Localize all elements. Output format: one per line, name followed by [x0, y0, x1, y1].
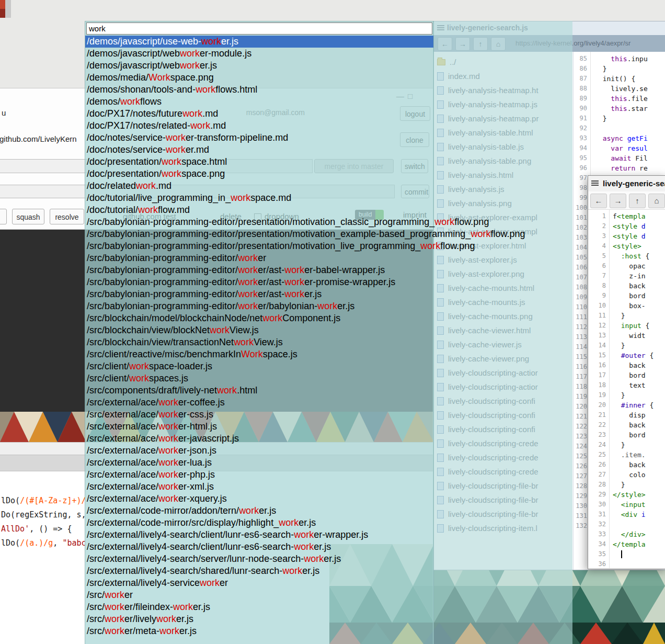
search-result-row[interactable]: /demos/javascript/webworker.js — [85, 60, 433, 72]
github-url-fragment: github.com/LivelyKern — [0, 134, 77, 143]
search-results: /demos/javascript/use-web-worker.js/demo… — [85, 36, 433, 637]
file-search-overlay: /demos/javascript/use-web-worker.js/demo… — [85, 21, 434, 644]
search-result-row[interactable]: /src/babylonian-programming-editor/worke… — [85, 288, 433, 300]
search-result-row[interactable]: /src/external/lively4-search/client/lunr… — [85, 529, 433, 541]
search-result-row[interactable]: /src/babylonian-programming-editor/worke… — [85, 276, 433, 288]
search-input[interactable] — [86, 22, 432, 35]
search-result-row[interactable]: /doc/notes/service-worker.md — [85, 144, 433, 156]
search-result-row[interactable]: /src/client/workspace-loader.js — [85, 360, 433, 372]
forward-icon[interactable]: → — [610, 194, 626, 208]
menu-icon[interactable] — [591, 180, 599, 187]
screen-corner-fragment — [0, 9, 5, 18]
code-text[interactable]: f<templa<style d<style d<style> :host { … — [613, 211, 653, 568]
search-result-row[interactable]: /src/external/ace/worker-lua.js — [85, 457, 433, 469]
search-result-row[interactable]: /src/external/lively4-serviceworker — [85, 577, 433, 589]
search-result-row[interactable]: /doc/notes/service-worker-transform-pipe… — [85, 132, 433, 144]
screen-corner-fragment — [0, 0, 5, 9]
search-result-row[interactable]: /doc/tutorial/live_programming_in_worksp… — [85, 192, 433, 204]
search-result-row[interactable]: /src/external/ace/worker-php.js — [85, 469, 433, 481]
search-result-row[interactable]: /demos/shonan/tools-and-workflows.html — [85, 84, 433, 96]
search-result-row[interactable]: /demos/javascript/webworker-module.js — [85, 48, 433, 60]
search-result-row[interactable]: /demos/workflows — [85, 96, 433, 108]
search-result-row[interactable]: /src/client/workspaces.js — [85, 372, 433, 385]
search-result-row[interactable]: /src/blockchain/model/blockchainNode/net… — [85, 312, 433, 324]
up-icon[interactable]: ↑ — [629, 194, 646, 208]
search-result-row[interactable]: /src/worker/meta-worker.js — [85, 625, 433, 637]
search-result-row[interactable]: /src/external/code-mirror/src/display/hi… — [85, 517, 433, 529]
search-result-row[interactable]: /src/babylonian-programming-editor/worke… — [85, 264, 433, 276]
resolve-button[interactable]: resolve — [50, 209, 84, 224]
search-result-row[interactable]: /demos/javascript/use-web-worker.js — [85, 36, 433, 48]
search-result-row[interactable]: /doc/PX17/notes/related-work.md — [85, 120, 433, 132]
search-result-row[interactable]: /src/worker/livelyworker.js — [85, 613, 433, 625]
search-result-row[interactable]: /src/babylonian-programming-editor/prese… — [85, 216, 433, 228]
screen-corner-fragment — [5, 0, 11, 18]
search-result-row[interactable]: /src/external/ace/worker-javascript.js — [85, 433, 433, 445]
front-window-title: lively-generic-search.js — [603, 179, 665, 188]
search-result-row[interactable]: /src/external/ace/worker-coffee.js — [85, 397, 433, 409]
search-result-row[interactable]: /src/babylonian-programming-editor/worke… — [85, 252, 433, 264]
line-number-gutter: 8586878889909192939495969798991001011021… — [574, 54, 587, 531]
search-result-row[interactable]: /src/components/draft/lively-network.htm… — [85, 385, 433, 397]
search-result-row[interactable]: /src/client/reactive/misc/benchmarkInWor… — [85, 348, 433, 360]
front-editor[interactable]: 1234567891011121314151617181920212223242… — [588, 209, 665, 568]
search-result-row[interactable]: /doc/PX17/notes/futurework.md — [85, 108, 433, 120]
search-result-row[interactable]: /demos/media/Workspace.png — [85, 72, 433, 84]
search-result-row[interactable]: /doc/presentation/workspace.png — [85, 168, 433, 180]
search-result-row[interactable]: /src/external/lively4-search/client/lunr… — [85, 541, 433, 553]
left-text-fragment: u — [2, 108, 6, 117]
left-code[interactable]: lDo(/(#[A-Za-z]+)/Do(regExString, s,AllD… — [1, 494, 86, 550]
search-result-row[interactable]: /src/babylonian-programming-editor/worke… — [85, 300, 433, 312]
back-icon[interactable]: ← — [590, 194, 607, 208]
home-icon[interactable]: ⌂ — [648, 194, 665, 208]
search-result-row[interactable]: /src/blockchain/view/blockNetworkView.js — [85, 324, 433, 336]
search-result-row[interactable]: /src/worker — [85, 589, 433, 601]
search-result-row[interactable]: /src/external/ace/worker-xquery.js — [85, 493, 433, 505]
search-result-row[interactable]: /src/external/ace/worker-html.js — [85, 421, 433, 433]
diff-button[interactable]: diff — [0, 209, 7, 224]
search-result-row[interactable]: /src/external/code-mirror/addon/tern/wor… — [85, 505, 433, 517]
window-transparency-overlay — [433, 21, 572, 644]
search-result-row[interactable]: /src/external/lively4-search/shared/lunr… — [85, 565, 433, 577]
search-result-row[interactable]: /src/babylonian-programming-editor/prese… — [85, 228, 433, 240]
search-result-row[interactable]: /src/external/ace/worker-xml.js — [85, 481, 433, 493]
search-result-row[interactable]: /src/babylonian-programming-editor/prese… — [85, 240, 433, 252]
search-result-row[interactable]: /src/external/lively4-search/server/lunr… — [85, 553, 433, 565]
search-result-row[interactable]: /src/external/ace/worker-css.js — [85, 409, 433, 421]
gutter-separator — [609, 209, 610, 568]
search-result-row[interactable]: /src/worker/fileindex-worker.js — [85, 601, 433, 613]
search-result-row[interactable]: /doc/tutorial/workflow.md — [85, 204, 433, 216]
search-result-row[interactable]: /src/external/ace/worker-json.js — [85, 445, 433, 457]
front-navbar: ← → ↑ ⌂ — [588, 191, 665, 210]
search-result-row[interactable]: /doc/relatedwork.md — [85, 180, 433, 192]
search-result-row[interactable]: /src/blockchain/view/transactionNetworkV… — [85, 336, 433, 348]
search-result-row[interactable]: /doc/presentation/workspace.html — [85, 156, 433, 168]
front-titlebar[interactable]: lively-generic-search.js — [588, 176, 665, 192]
front-editor-window: lively-generic-search.js ← → ↑ ⌂ 1234567… — [588, 175, 665, 569]
line-number-gutter: 1234567891011121314151617181920212223242… — [588, 211, 606, 568]
text-cursor — [621, 550, 622, 558]
squash-button[interactable]: squash — [12, 209, 44, 224]
